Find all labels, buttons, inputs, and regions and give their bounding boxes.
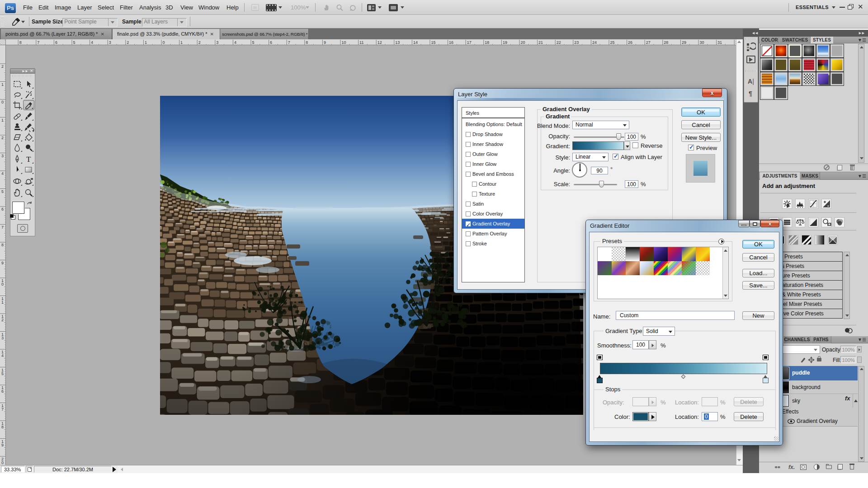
- svg-text:24: 24: [592, 40, 597, 45]
- svg-text:2: 2: [1, 136, 4, 140]
- svg-text:0: 0: [1, 282, 4, 286]
- svg-text:28: 28: [664, 40, 668, 45]
- svg-text:21: 21: [538, 40, 543, 45]
- svg-text:1: 1: [1, 300, 4, 305]
- svg-text:23: 23: [574, 40, 579, 45]
- svg-text:26: 26: [628, 40, 632, 45]
- svg-text:2: 2: [198, 40, 201, 45]
- svg-text:11: 11: [359, 40, 363, 45]
- svg-text:8: 8: [1, 243, 4, 247]
- svg-text:19: 19: [503, 40, 507, 45]
- svg-text:5: 5: [73, 40, 75, 45]
- svg-text:7: 7: [37, 40, 39, 45]
- svg-text:25: 25: [610, 40, 615, 45]
- svg-text:13: 13: [395, 40, 400, 45]
- svg-text:3: 3: [216, 40, 218, 45]
- svg-text:15: 15: [431, 40, 436, 45]
- svg-text:20: 20: [521, 40, 525, 45]
- svg-text:14: 14: [413, 40, 418, 45]
- svg-text:8: 8: [306, 40, 308, 45]
- svg-text:4: 4: [234, 40, 236, 45]
- svg-text:3: 3: [109, 40, 111, 45]
- svg-text:9: 9: [1, 443, 4, 447]
- svg-text:7: 7: [288, 40, 290, 45]
- svg-text:30: 30: [700, 40, 704, 45]
- svg-text:2: 2: [1, 64, 4, 69]
- svg-text:0: 0: [163, 40, 165, 45]
- svg-text:4: 4: [91, 40, 93, 45]
- svg-text:1: 1: [145, 40, 147, 45]
- svg-text:3: 3: [1, 154, 4, 158]
- svg-text:10: 10: [342, 40, 346, 45]
- svg-text:7: 7: [1, 225, 4, 230]
- svg-text:1: 1: [1, 118, 4, 122]
- svg-text:2: 2: [127, 40, 129, 45]
- svg-text:5: 5: [1, 371, 4, 376]
- svg-text:0: 0: [1, 460, 4, 465]
- svg-text:29: 29: [682, 40, 686, 45]
- svg-text:22: 22: [557, 40, 561, 45]
- svg-text:8: 8: [19, 40, 22, 45]
- svg-text:4: 4: [1, 171, 4, 176]
- svg-text:9: 9: [1, 261, 4, 265]
- svg-text:2: 2: [1, 318, 4, 322]
- svg-text:6: 6: [55, 40, 57, 45]
- svg-text:6: 6: [1, 389, 4, 394]
- svg-text:7: 7: [1, 407, 4, 412]
- svg-text:5: 5: [252, 40, 255, 45]
- svg-text:16: 16: [449, 40, 453, 45]
- svg-text:1: 1: [180, 40, 183, 45]
- svg-text:12: 12: [377, 40, 382, 45]
- svg-text:1: 1: [1, 82, 4, 87]
- svg-text:17: 17: [467, 40, 472, 45]
- svg-text:6: 6: [270, 40, 272, 45]
- svg-text:4: 4: [1, 353, 4, 358]
- svg-text:9: 9: [324, 40, 326, 45]
- svg-text:3: 3: [1, 336, 4, 340]
- svg-text:31: 31: [717, 40, 722, 45]
- svg-text:6: 6: [1, 207, 4, 211]
- svg-text:8: 8: [1, 425, 4, 429]
- svg-text:0: 0: [1, 100, 4, 104]
- svg-text:18: 18: [485, 40, 489, 45]
- svg-text:27: 27: [646, 40, 651, 45]
- svg-text:5: 5: [1, 189, 4, 194]
